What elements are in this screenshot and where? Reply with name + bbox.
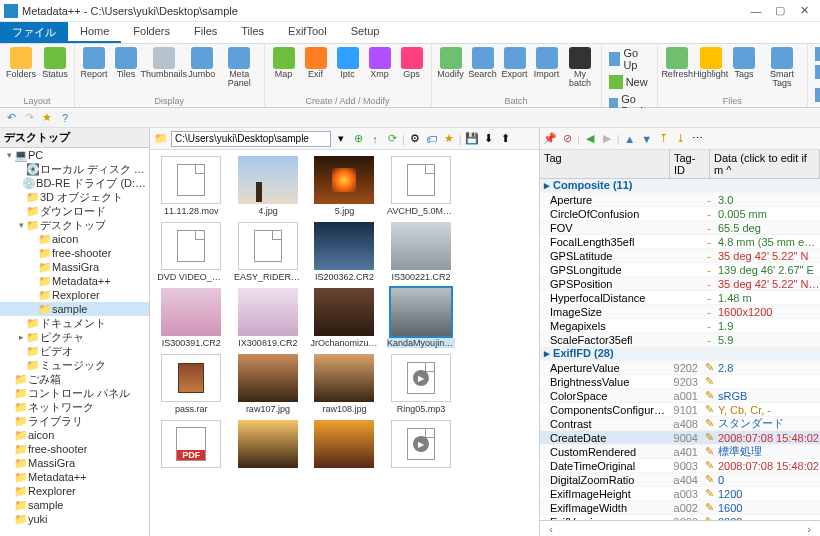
maximize-button[interactable]: ▢ bbox=[774, 5, 786, 17]
top-icon[interactable]: ⤒ bbox=[657, 132, 671, 146]
report-button[interactable]: Report bbox=[79, 46, 109, 80]
tree-node[interactable]: 💽ローカル ディスク (C:) bbox=[0, 162, 149, 176]
edit-icon[interactable]: - bbox=[702, 306, 716, 318]
edit-icon[interactable]: ✎ bbox=[702, 473, 716, 486]
tree-node[interactable]: 📁MassiGra bbox=[0, 456, 149, 470]
thumbnail-item[interactable] bbox=[231, 420, 306, 470]
edit-icon[interactable]: - bbox=[702, 278, 716, 290]
meta-value[interactable]: 1.9 bbox=[716, 320, 820, 332]
meta-value[interactable]: Y, Cb, Cr, - bbox=[716, 404, 820, 416]
map-button[interactable]: Map bbox=[269, 46, 299, 80]
tag-icon[interactable]: 🏷 bbox=[425, 132, 439, 146]
tree-node[interactable]: ▾💻PC bbox=[0, 148, 149, 162]
smart-tags-button[interactable]: Smart Tags bbox=[761, 46, 803, 89]
path-input[interactable] bbox=[171, 131, 331, 147]
thumbnail-item[interactable]: IX300819.CR2 bbox=[231, 288, 306, 348]
thumbnail-item[interactable]: IS300391.CR2 bbox=[154, 288, 229, 348]
edit-icon[interactable]: ✎ bbox=[702, 501, 716, 514]
metadata-row[interactable]: CircleOfConfusion-0.005 mm bbox=[540, 207, 820, 221]
tree-node[interactable]: 📁ドキュメント bbox=[0, 316, 149, 330]
thumbnail-item[interactable]: raw107.jpg bbox=[231, 354, 306, 414]
down-icon[interactable]: ▼ bbox=[640, 132, 654, 146]
upload-icon[interactable]: ⬆ bbox=[499, 132, 513, 146]
thumbnail-item[interactable]: 4.jpg bbox=[231, 156, 306, 216]
tree-node[interactable]: ▸📁ピクチャ bbox=[0, 330, 149, 344]
thumbnail-item[interactable]: ▶ bbox=[384, 420, 459, 470]
gear-icon[interactable]: ⚙ bbox=[408, 132, 422, 146]
meta-value[interactable]: 65.5 deg bbox=[716, 222, 820, 234]
tree-node[interactable]: 📁aicon bbox=[0, 232, 149, 246]
meta-value[interactable]: 3.0 bbox=[716, 194, 820, 206]
tree-node[interactable]: 📁sample bbox=[0, 498, 149, 512]
meta-value[interactable]: 1600x1200 bbox=[716, 306, 820, 318]
meta-value[interactable]: 1600 bbox=[716, 502, 820, 514]
edit-icon[interactable]: ✎ bbox=[702, 403, 716, 416]
tree-node[interactable]: 📁ごみ箱 bbox=[0, 372, 149, 386]
tag-column-header[interactable]: Tag bbox=[540, 150, 670, 178]
edit-icon[interactable]: - bbox=[702, 236, 716, 248]
metadata-row[interactable]: GPSLatitude-35 deg 42' 5.22" N bbox=[540, 249, 820, 263]
undo-icon[interactable]: ↶ bbox=[4, 111, 18, 125]
tree-node[interactable]: 📁MassiGra bbox=[0, 260, 149, 274]
thumbnail-item[interactable]: ▶Ring05.mp3 bbox=[384, 354, 459, 414]
edit-icon[interactable]: ✎ bbox=[702, 459, 716, 472]
metadata-row[interactable]: GPSPosition-35 deg 42' 5.22" N, 139 bbox=[540, 277, 820, 291]
tiles-button[interactable]: Tiles bbox=[111, 46, 141, 80]
tree-node[interactable]: 📁コントロール パネル bbox=[0, 386, 149, 400]
thumbnail-item[interactable]: PDF bbox=[154, 420, 229, 470]
metadata-row[interactable]: Aperture-3.0 bbox=[540, 193, 820, 207]
tree-node[interactable]: 📁Rexplorer bbox=[0, 484, 149, 498]
minimize-button[interactable]: — bbox=[750, 5, 762, 17]
edit-icon[interactable]: - bbox=[702, 208, 716, 220]
edit-icon[interactable]: ✎ bbox=[702, 445, 716, 458]
metadata-row[interactable]: ExifImageHeighta003✎1200 bbox=[540, 487, 820, 501]
thumbnails-button[interactable]: Thumbnails bbox=[143, 46, 185, 80]
data-column-header[interactable]: Data (click to edit if m ^ bbox=[710, 150, 820, 178]
tree-node[interactable]: 📁ビデオ bbox=[0, 344, 149, 358]
ribbon-tab-exiftool[interactable]: ExifTool bbox=[276, 22, 339, 43]
edit-icon[interactable]: ✎ bbox=[702, 389, 716, 402]
jumbo-button[interactable]: Jumbo bbox=[187, 46, 217, 80]
tags-button[interactable]: Tags bbox=[729, 46, 759, 80]
folder-tree-panel[interactable]: デスクトップ ▾💻PC 💽ローカル ディスク (C:) 💿BD-RE ドライブ … bbox=[0, 128, 150, 536]
tagid-column-header[interactable]: Tag-ID bbox=[670, 150, 710, 178]
metadata-row[interactable]: ExifImageWidtha002✎1600 bbox=[540, 501, 820, 515]
chevron-left-icon[interactable]: ‹ bbox=[544, 522, 558, 536]
add-icon[interactable]: ⊕ bbox=[351, 132, 365, 146]
search-button[interactable]: Search bbox=[468, 46, 498, 80]
tree-node[interactable]: 📁yuki bbox=[0, 512, 149, 526]
redo-icon[interactable]: ↷ bbox=[22, 111, 36, 125]
tree-node[interactable]: 📁Metadata++ bbox=[0, 274, 149, 288]
meta-value[interactable]: 2.8 bbox=[716, 362, 820, 374]
edit-icon[interactable]: ✎ bbox=[702, 487, 716, 500]
thumbnail-item[interactable]: 5.jpg bbox=[307, 156, 382, 216]
chevron-right-icon[interactable]: › bbox=[802, 522, 816, 536]
thumbnail-item[interactable]: IS200362.CR2 bbox=[307, 222, 382, 282]
edit-icon[interactable]: - bbox=[702, 194, 716, 206]
metadata-row[interactable]: FocalLength35efl-4.8 mm (35 mm equiva bbox=[540, 235, 820, 249]
meta-value[interactable]: sRGB bbox=[716, 390, 820, 402]
meta-value[interactable]: 1.48 m bbox=[716, 292, 820, 304]
metadata-row[interactable]: FOV-65.5 deg bbox=[540, 221, 820, 235]
ribbon-tab-ファイル[interactable]: ファイル bbox=[0, 22, 68, 43]
metadata-row[interactable]: HyperfocalDistance-1.48 m bbox=[540, 291, 820, 305]
ribbon-tab-tiles[interactable]: Tiles bbox=[229, 22, 276, 43]
edit-icon[interactable]: ✎ bbox=[702, 431, 716, 444]
star-icon[interactable]: ★ bbox=[442, 132, 456, 146]
more-icon[interactable]: ⋯ bbox=[691, 132, 705, 146]
import-button[interactable]: Import bbox=[532, 46, 562, 80]
back-icon[interactable]: ◀ bbox=[583, 132, 597, 146]
folders-button[interactable]: Folders bbox=[4, 46, 38, 80]
tree-node[interactable]: 📁ミュージック bbox=[0, 358, 149, 372]
dropdown-icon[interactable]: ▾ bbox=[334, 132, 348, 146]
tree-node[interactable]: 📁sample bbox=[0, 302, 149, 316]
iptc-button[interactable]: Iptc bbox=[333, 46, 363, 80]
ribbon-tab-files[interactable]: Files bbox=[182, 22, 229, 43]
meta-value[interactable]: 4.8 mm (35 mm equiva bbox=[716, 236, 820, 248]
edit-icon[interactable]: - bbox=[702, 250, 716, 262]
status-button[interactable]: Status bbox=[40, 46, 70, 80]
meta-value[interactable]: 5.9 bbox=[716, 334, 820, 346]
expand-icon[interactable]: ▾ bbox=[4, 150, 14, 160]
metadata-row[interactable]: ScaleFactor35efl-5.9 bbox=[540, 333, 820, 347]
highlight-button[interactable]: Highlight bbox=[694, 46, 727, 80]
